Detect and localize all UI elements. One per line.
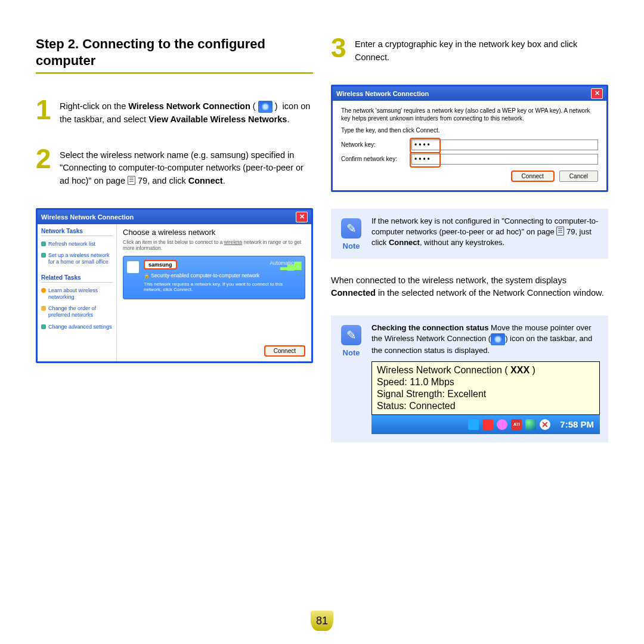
sidebar-link-setup[interactable]: Set up a wireless network for a home or … [41, 250, 113, 268]
tray-close-icon[interactable]: ✕ [540, 419, 550, 430]
confirm-key-row: Confirm network key: [341, 154, 598, 165]
network-security: Security-enabled computer-to-computer ne… [144, 273, 300, 278]
taskbar: ✕ 7:58 PM [371, 415, 600, 434]
sidebar-heading: Network Tasks [41, 228, 113, 236]
confirm-key-input[interactable] [411, 154, 598, 165]
step-2: 2 Select the wireless network name (e.g.… [36, 147, 313, 188]
text: . [223, 176, 225, 185]
step-number: 3 [331, 36, 348, 64]
connect-button[interactable]: Connect [511, 171, 555, 182]
connect-button[interactable]: Connect [264, 345, 305, 357]
page-ref-icon [128, 176, 135, 185]
note-label: Note [339, 348, 363, 358]
step-body: Enter a cryptographic key in the network… [355, 36, 608, 64]
dialog-description: The network 'samsung' requires a network… [341, 107, 598, 122]
sidebar-link-advanced[interactable]: Change advanced settings [41, 321, 113, 333]
network-pane-heading: Choose a wireless network [123, 228, 305, 237]
network-item-samsung[interactable]: samsung Automatic ▂▄▆ Security-enabled c… [123, 256, 305, 299]
window-title: Wireless Network Connection [336, 90, 429, 97]
page-ref-icon [556, 227, 564, 236]
network-name-highlight: samsung [144, 260, 177, 270]
text: , and click [147, 176, 188, 185]
network-desc: This network requires a network key. If … [144, 281, 300, 293]
window-title: Wireless Network Connection [41, 213, 134, 221]
note-icon: ✎ [341, 325, 361, 345]
page-ref: 79 [138, 176, 147, 185]
sidebar: Network Tasks Refresh network list Set u… [38, 224, 117, 361]
dialog-hint: Type the key, and then click Connect. [341, 127, 598, 134]
text: . [287, 114, 289, 124]
text: Right-click on the [60, 101, 128, 111]
signal-icon: ▂▄▆ [280, 259, 301, 270]
note-label: Note [339, 241, 363, 252]
step-body: Right-click on the Wireless Network Conn… [60, 98, 313, 126]
network-pane-sub: Click an item in the list below to conne… [123, 239, 305, 251]
tray-icon[interactable] [482, 419, 493, 430]
screenshot-choose-network: Wireless Network Connection ✕ Network Ta… [36, 208, 313, 363]
sidebar-heading: Related Tasks [41, 274, 113, 283]
note-icon: ✎ [341, 218, 361, 239]
cancel-button[interactable]: Cancel [559, 171, 598, 182]
screenshot-network-key: Wireless Network Connection ✕ The networ… [331, 85, 608, 192]
close-icon[interactable]: ✕ [591, 88, 603, 99]
tooltip: Wireless Network Connection ( XXX ) Spee… [371, 361, 600, 415]
sidebar-link-learn[interactable]: Learn about wireless networking [41, 285, 113, 304]
tray-icon[interactable] [525, 419, 536, 430]
tray-icon[interactable] [497, 419, 507, 430]
step-number: 2 [36, 147, 52, 188]
step-number: 1 [36, 98, 52, 126]
step-1: 1 Right-click on the Wireless Network Co… [36, 98, 313, 126]
tray-ati-icon[interactable] [511, 419, 522, 430]
window-titlebar: Wireless Network Connection ✕ [38, 210, 311, 224]
bold-text: Wireless Network Connection [128, 101, 250, 111]
network-key-label: Network key: [341, 141, 405, 148]
network-key-input[interactable] [411, 140, 598, 150]
note-box: ✎ Note If the network key is not configu… [331, 209, 608, 259]
note-text: Checking the connection status Move the … [371, 323, 600, 434]
network-list-pane: Choose a wireless network Click an item … [117, 224, 311, 361]
window-titlebar: Wireless Network Connection ✕ [333, 86, 606, 101]
result-paragraph: When connected to the wireless network, … [331, 274, 608, 301]
bold-text: Connect [188, 176, 223, 185]
bold-text: View Available Wireless Networks [148, 114, 287, 124]
wireless-icon [491, 333, 505, 345]
section-title: Step 2. Connecting to the configured com… [36, 36, 313, 74]
wireless-icon [258, 101, 273, 113]
note-text: If the network key is not configured in … [371, 216, 600, 252]
sidebar-link-refresh[interactable]: Refresh network list [41, 239, 113, 250]
confirm-key-label: Confirm network key: [341, 156, 405, 162]
connection-status-preview: Wireless Network Connection ( XXX ) Spee… [371, 361, 600, 434]
close-icon[interactable]: ✕ [296, 212, 308, 222]
sidebar-link-order[interactable]: Change the order of preferred networks [41, 303, 113, 321]
network-key-row: Network key: [341, 140, 598, 150]
step-3: 3 Enter a cryptographic key in the netwo… [331, 36, 608, 64]
step-body: Select the wireless network name (e.g. s… [60, 147, 313, 188]
taskbar-clock: 7:58 PM [560, 418, 594, 431]
note-box: ✎ Note Checking the connection status Mo… [331, 315, 608, 442]
tray-icon[interactable] [468, 419, 479, 430]
page-number: 81 [311, 611, 333, 631]
left-column: Step 2. Connecting to the configured com… [36, 36, 313, 458]
right-column: 3 Enter a cryptographic key in the netwo… [331, 36, 608, 458]
